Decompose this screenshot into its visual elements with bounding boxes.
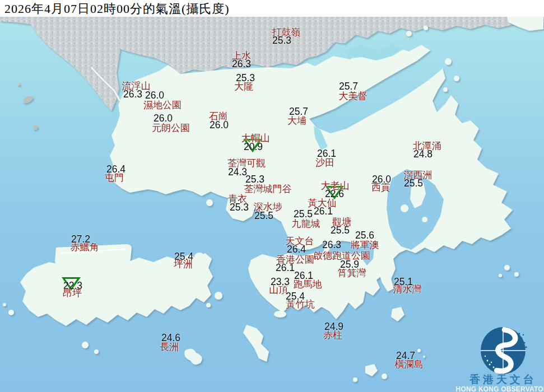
station-name-label: 清水灣 xyxy=(393,284,422,294)
station-temperature: 25.3 xyxy=(272,36,291,46)
station-name-label: 屯門 xyxy=(105,173,124,183)
station-temperature: 26.3 xyxy=(232,59,251,69)
hko-temperature-map-screen: 香港天文台 HONG KONG OBSERVATORY 25.3打鼓嶺26.3上… xyxy=(0,0,544,392)
station-temperature: 24.3 xyxy=(228,167,247,178)
station-temperature: 26.3 xyxy=(123,90,142,100)
station-name-label: 大隴 xyxy=(234,82,253,91)
station-name-label: 黃竹坑 xyxy=(286,300,315,309)
station-temperature: 26.3 xyxy=(322,240,341,250)
station-name-label: 沙田 xyxy=(315,158,334,167)
station-name-label: 大埔 xyxy=(287,116,306,125)
station-name-label: 觀塘 xyxy=(332,217,351,227)
station-temperature: 25.3 xyxy=(230,203,249,213)
station-name-label: 滘西洲 xyxy=(404,170,433,180)
station-name-label: 橫瀾島 xyxy=(395,360,424,369)
station-temperature: 25.5 xyxy=(331,226,350,236)
station-name-label: 荃灣城門谷 xyxy=(244,184,292,194)
station-temperature: 26.4 xyxy=(287,245,306,255)
station-name-label: 濕地公園 xyxy=(143,100,182,110)
station-temperature: 24.8 xyxy=(413,150,433,160)
station-name-label: 北潭涌 xyxy=(413,141,441,151)
station-name-label: 山頂 xyxy=(269,285,288,295)
station-name-label: 石崗 xyxy=(209,111,228,121)
station-name-label: 西貢 xyxy=(371,183,390,192)
station-name-label: 荃灣可觀 xyxy=(227,158,266,168)
station-name-label: 打鼓嶺 xyxy=(272,27,301,37)
station-name-label: 赤柱 xyxy=(323,330,342,340)
station-temperature: 25.5 xyxy=(254,211,273,221)
page-title: 2026年4月07日02時00分的氣溫(攝氏度) xyxy=(4,1,230,17)
station-name-label: 九龍城 xyxy=(292,219,320,228)
title-bar: 2026年4月07日02時00分的氣溫(攝氏度) xyxy=(0,0,544,17)
station-temperature: 25.5 xyxy=(404,179,423,189)
station-name-label: 香港公園 xyxy=(276,255,314,264)
station-temperature: 26.1 xyxy=(276,263,295,273)
station-name-label: 昂坪 xyxy=(63,288,82,298)
station-name-label: 上水 xyxy=(232,51,251,60)
station-temperature: 26.1 xyxy=(314,207,333,217)
station-name-label: 將軍澳 xyxy=(351,240,379,250)
station-name-label: 大帽山 xyxy=(241,133,270,143)
station-name-label: 跑馬地 xyxy=(294,279,322,289)
station-temperature: 26.0 xyxy=(210,120,229,130)
station-name-label: 大老山 xyxy=(321,181,350,190)
station-name-label: 大美督 xyxy=(339,91,368,101)
station-name-label: 赤鱲角 xyxy=(71,242,99,252)
stations-layer: 25.3打鼓嶺26.3上水25.3大隴26.3流浮山26.0濕地公園26.0元朗… xyxy=(0,0,544,392)
station-name-label: 黃大仙 xyxy=(308,198,337,208)
station-name-label: 青衣 xyxy=(228,194,247,204)
station-name-label: 深水埗 xyxy=(254,202,282,212)
station-name-label: 坪洲 xyxy=(174,259,193,269)
station-name-label: 長洲 xyxy=(160,342,179,352)
station-temperature: 20.9 xyxy=(244,142,263,152)
station-name-label: 筲箕灣 xyxy=(338,268,366,278)
station-name-label: 元朗公園 xyxy=(152,123,190,133)
station-name-label: 天文台 xyxy=(286,236,314,246)
station-name-label: 流浮山 xyxy=(122,81,151,91)
